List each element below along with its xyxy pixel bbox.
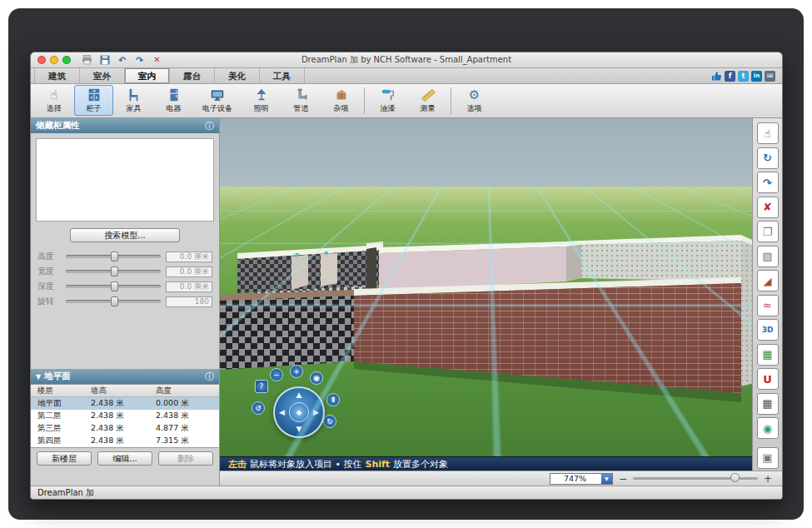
tool-appliances[interactable]: 电器 [154,85,193,116]
tool-furniture[interactable]: 家具 [114,85,153,116]
properties-panel-header[interactable]: 储藏柜属性 ⓘ [31,118,219,133]
info-icon[interactable]: ⓘ [205,371,214,383]
edit-floor-button[interactable]: 编辑... [97,451,152,466]
table-row[interactable]: 第三层 2.438 米 4.877 米 [31,422,219,435]
3d-view-tool-button[interactable]: 3D [757,319,779,341]
tool-paint[interactable]: 油漆 [368,85,407,116]
zoom-window-tool-button[interactable]: ▣ [757,447,779,469]
delete-tool-button[interactable]: ✘ [757,197,779,218]
redo-icon[interactable]: ↷ [133,54,146,66]
nav-dpad[interactable]: ▲ ▼ ◀ ▶ ◆ [273,386,325,438]
width-slider[interactable] [66,270,161,273]
collapse-triangle-icon[interactable]: ▼ [36,373,41,381]
undo-icon[interactable]: ↶ [116,54,128,66]
slider-row-width: 宽度 [31,264,219,279]
zoom-slider[interactable] [633,477,758,480]
nav-left-icon[interactable]: ◀ [279,409,285,416]
tool-cabinets[interactable]: 柜子 [74,85,113,116]
nav-zoom-out-button[interactable]: − [270,368,283,381]
tool-electronics[interactable]: 电子设备 [194,85,241,116]
compass-tool-button[interactable]: ◉ [757,417,779,439]
nav-raise-button[interactable]: ⬆ [326,393,340,406]
table-row[interactable]: 地平面 2.438 米 0.000 米 [31,397,219,410]
tab-building[interactable]: 建筑 [34,68,80,83]
tab-deck[interactable]: 露台 [170,68,215,83]
save-icon[interactable] [98,54,111,66]
panel-bottom-stub [31,471,220,486]
tool-plumbing[interactable]: 管道 [281,85,321,116]
new-floor-button[interactable]: 新楼层 [37,451,92,466]
slider-thumb[interactable] [111,266,118,276]
tool-lighting[interactable]: 照明 [242,85,281,116]
tab-interior[interactable]: 室内 [125,68,170,83]
cell-floor-name: 地平面 [31,398,91,409]
slider-thumb[interactable] [111,296,118,306]
zoom-level-select[interactable]: 747% ▼ [550,473,613,485]
slider-label: 高度 [37,251,61,262]
copy-tool-button[interactable]: ❐ [757,221,779,242]
pan-tool-button[interactable]: ☝ [757,122,779,144]
tool-options[interactable]: ⚙ 选项 [455,85,494,116]
viewport-3d[interactable]: ▾ ▾ [220,118,752,456]
like-icon[interactable] [711,71,722,82]
table-row[interactable]: 第二层 2.438 米 2.438 米 [31,410,219,422]
tool-select[interactable]: ☝ 选择 [34,85,73,116]
grid-tool-button[interactable]: ▦ [757,344,779,366]
nav-camera-button[interactable]: ◉ [310,371,323,385]
nav-right-icon[interactable]: ▶ [313,409,319,416]
hint-click-label: 左击 [228,458,247,471]
nav-up-icon[interactable]: ▲ [296,391,302,399]
delete-icon[interactable]: ✕ [151,54,163,66]
zoom-in-button[interactable]: + [764,474,772,484]
rotation-value-input[interactable] [166,296,212,307]
zoom-out-button[interactable]: − [619,474,627,484]
floors-section-header[interactable]: ▼ 地平面 ⓘ [31,369,219,384]
delete-x-icon: ✘ [763,202,772,212]
misc-box-icon [334,87,349,102]
orbit-icon: ↻ [763,152,772,163]
email-icon[interactable]: ✉ [765,71,775,82]
table-grid-tool-button[interactable]: ▦ [757,393,779,415]
zoom-window-button[interactable] [62,56,71,64]
linkedin-icon[interactable]: in [751,71,762,82]
slider-thumb[interactable] [111,281,118,291]
wall-block-tool-button[interactable]: ▧ [757,246,779,267]
delete-floor-button[interactable]: 删除 [158,451,213,466]
tool-label: 照明 [254,103,269,114]
nav-down-icon[interactable]: ▼ [296,426,302,433]
lighting-lamp-icon [254,87,269,102]
twitter-icon[interactable]: t [738,71,749,82]
tab-tools[interactable]: 工具 [260,68,305,83]
minimize-window-button[interactable] [50,56,58,64]
rotation-slider[interactable] [66,300,161,303]
slider-thumb[interactable] [111,252,118,262]
nav-rotate-right-button[interactable]: ↻ [323,415,336,428]
info-icon[interactable]: ⓘ [205,120,214,132]
look-around-tool-button[interactable]: ↷ [757,172,779,193]
app-statusbar: DreamPlan 加 [31,486,782,499]
nav-center-icon[interactable]: ◆ [289,402,309,422]
nav-rotate-left-button[interactable]: ↺ [252,401,265,415]
terrain-tool-button[interactable]: ≈ [757,295,779,316]
tool-measure[interactable]: 测量 [408,85,447,116]
search-model-button[interactable]: 搜索模型... [70,228,180,242]
height-slider[interactable] [66,255,161,258]
close-window-button[interactable] [37,56,46,64]
tab-exterior[interactable]: 室外 [80,68,125,83]
width-value-input[interactable] [166,266,212,277]
orbit-tool-button[interactable]: ↻ [757,147,779,169]
nav-zoom-in-button[interactable]: + [290,365,303,378]
nav-help-button[interactable]: ? [255,380,268,393]
roof-tool-button[interactable]: ◢ [757,270,779,291]
tool-misc[interactable]: 杂项 [321,85,361,116]
print-icon[interactable] [81,54,93,66]
tab-landscaping[interactable]: 美化 [215,68,260,83]
magnet-tool-button[interactable]: U [757,368,779,390]
zoom-slider-thumb[interactable] [730,473,740,482]
height-value-input[interactable] [166,252,212,262]
depth-slider[interactable] [66,285,161,288]
table-row[interactable]: 第四层 2.438 米 7.315 米 [31,435,219,447]
depth-value-input[interactable] [166,281,212,292]
chevron-down-icon[interactable]: ▼ [601,474,612,484]
facebook-icon[interactable]: f [725,71,735,82]
